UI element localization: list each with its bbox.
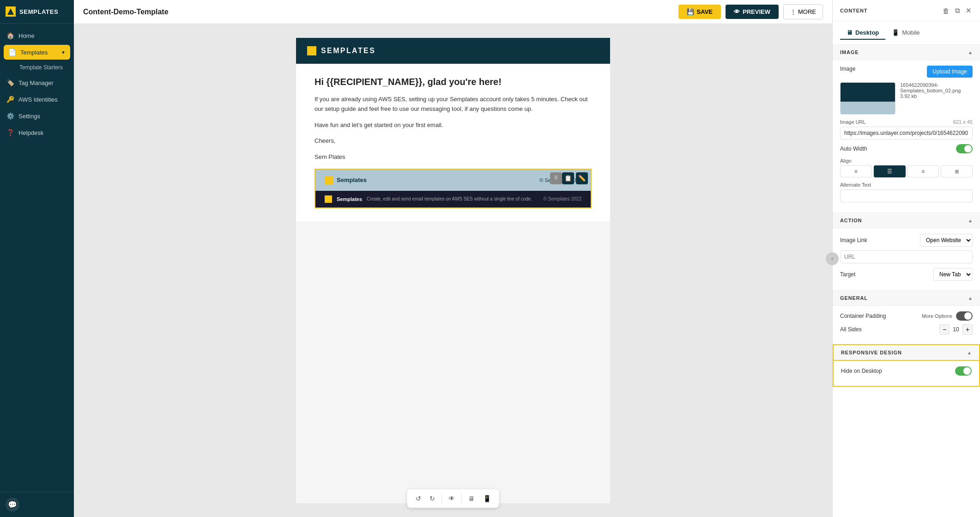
footer-actions: 📋 ✏️ [562,172,588,184]
hide-desktop-toggle[interactable] [955,366,972,376]
drag-handle[interactable]: ⠿ [550,172,562,184]
sidebar-item-home[interactable]: 🏠 Home [0,27,74,44]
alt-text-label-row: Alternate Text [840,182,973,188]
image-link-label: Image Link [840,237,920,243]
align-left-button[interactable]: ≡ [840,165,872,177]
more-button[interactable]: ⋮ MORE [783,4,823,19]
action-section-chevron: ▲ [968,218,973,223]
panel-header: CONTENT 🗑 ⧉ ✕ [833,0,980,22]
delete-block-button[interactable]: 🗑 [942,6,950,16]
general-section-header[interactable]: GENERAL ▲ [833,291,980,306]
action-url-input[interactable] [840,250,973,263]
sidebar-bottom: 💬 [0,492,74,517]
align-label-text: Align [840,158,851,164]
sidebar-item-templates-label: Templates [20,49,48,56]
copy-block-button[interactable]: 📋 [562,172,574,184]
padding-increase-button[interactable]: + [962,324,973,335]
action-section-header[interactable]: ACTION ▲ [833,213,980,228]
sidebar-item-template-starters[interactable]: Template Starters [13,61,74,74]
sidebar-item-helpdesk-label: Helpdesk [18,129,43,136]
tab-mobile[interactable]: 📱 Mobile [885,26,926,40]
sidebar-navigation: 🏠 Home 📄 Templates ▼ Template Starters 🏷… [0,24,74,492]
image-link-select[interactable]: Open Website [920,234,973,247]
align-right-button[interactable]: ≡ [907,165,939,177]
action-section-content: Image Link Open Website Target New Tab [833,228,980,291]
all-sides-label: All Sides [840,326,939,333]
image-url-label: Image URL [840,119,866,125]
settings-icon: ⚙️ [6,112,14,120]
duplicate-block-button[interactable]: ⧉ [954,6,961,16]
chat-icon[interactable]: 💬 [6,498,19,511]
footer-logo-text: Semplates [337,176,367,183]
sidebar: SEMPLATES 🏠 Home 📄 Templates ▼ Template … [0,0,74,517]
image-preview-inner [841,83,895,114]
align-label: Align [840,158,973,164]
image-url-row: Image URL 621 x 45 [840,119,973,140]
sidebar-logo[interactable]: SEMPLATES [0,0,74,24]
responsive-section-content: Hide on Desktop [833,361,980,387]
panel-collapse-button[interactable]: ‹ [826,252,839,265]
close-panel-button[interactable]: ✕ [965,6,973,16]
desktop-view-button[interactable]: 🖥 [466,493,477,504]
edit-block-button[interactable]: ✏️ [576,172,588,184]
responsive-section-header[interactable]: RESPONSIVE DESIGN ▲ [833,344,980,361]
image-link-row: Image Link Open Website [840,234,973,247]
undo-button[interactable]: ↺ [414,493,423,504]
sidebar-item-tag-manager[interactable]: 🏷️ Tag Manager [0,74,74,91]
image-section-title: IMAGE [840,49,968,55]
home-icon: 🏠 [6,32,14,39]
sidebar-item-helpdesk[interactable]: ❓ Helpdesk [0,124,74,141]
bottom-toolbar: ↺ ↻ 👁 🖥 📱 [407,489,499,508]
preview-toggle-button[interactable]: 👁 [447,493,457,504]
preview-button[interactable]: 👁 PREVIEW [726,5,779,19]
view-tabs: 🖥 Desktop 📱 Mobile [833,22,980,45]
canvas-area[interactable]: SEMPLATES Hi {{RECIPIENT_NAME}}, glad yo… [74,24,832,517]
more-options-toggle[interactable] [956,311,973,321]
chevron-down-icon: ▼ [61,50,66,55]
upload-image-button[interactable]: Upload Image [927,66,973,78]
image-url-input[interactable] [840,127,973,140]
right-panel: CONTENT 🗑 ⧉ ✕ 🖥 Desktop 📱 Mobile IMAGE ▲ [832,0,980,517]
mobile-view-button[interactable]: 📱 [481,493,493,504]
auto-width-row: Auto Width [840,144,973,153]
sidebar-item-aws-identities[interactable]: 🔑 AWS Identities [0,91,74,108]
help-icon: ❓ [6,129,14,136]
image-url-size: 621 x 45 [953,119,973,125]
general-section-title: GENERAL [840,295,968,301]
footer-dark-description: Create, edit and send email templates on… [367,196,539,201]
footer-dark-copyright: © Semplates 2022 [544,196,581,201]
alt-text-input[interactable] [840,189,973,202]
more-options-label: More Options [922,313,952,319]
align-center-button[interactable]: ☰ [874,165,906,177]
tab-desktop[interactable]: 🖥 Desktop [840,26,885,40]
save-button[interactable]: 💾 SAVE [678,5,721,19]
email-closing: Cheers, [315,136,592,146]
sidebar-item-settings[interactable]: ⚙️ Settings [0,108,74,124]
redo-button[interactable]: ↻ [428,493,437,504]
header-logo-icon [307,46,316,55]
desktop-tab-icon: 🖥 [847,29,853,36]
target-select[interactable]: New Tab [933,268,973,281]
sidebar-item-templates[interactable]: 📄 Templates ▼ [4,45,70,60]
responsive-section-chevron: ▲ [967,350,972,355]
align-justify-button[interactable]: ≣ [941,165,973,177]
toolbar-separator [442,494,442,503]
image-upload-row: Image Upload Image [840,66,973,78]
padding-decrease-button[interactable]: − [939,324,950,335]
image-section-header[interactable]: IMAGE ▲ [833,45,980,60]
footer-logo-icon [325,176,333,184]
container-padding-label: Container Padding [840,313,922,319]
email-footer-block[interactable]: Semplates © Semplates 2022 ⠿ 📋 ✏️ S [315,169,592,208]
footer-dark-bar: Semplates Create, edit and send email te… [315,191,591,207]
action-section-title: ACTION [840,218,968,223]
general-section-content: Container Padding More Options All Sides… [833,306,980,344]
email-body: Hi {{RECIPIENT_NAME}}, glad you're here!… [296,64,610,221]
sidebar-item-tag-label: Tag Manager [18,79,54,86]
save-label: SAVE [697,8,713,15]
image-filename: 1654622090394-Semplates_bottom_02.png [900,82,973,93]
target-label: Target [840,271,933,278]
all-sides-row: All Sides − 10 + [840,324,973,335]
preview-icon: 👁 [734,8,740,15]
align-buttons: ≡ ☰ ≡ ≣ [840,165,973,177]
auto-width-toggle[interactable] [956,144,973,153]
